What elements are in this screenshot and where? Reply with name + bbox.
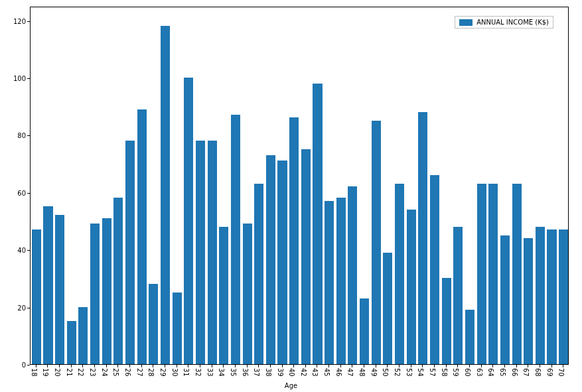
x-tick-mark xyxy=(411,365,411,367)
bar xyxy=(313,84,322,364)
x-tick-label: 32 xyxy=(194,368,202,377)
x-tick-mark xyxy=(317,365,317,367)
bar xyxy=(336,198,346,364)
bar xyxy=(137,109,147,364)
bar xyxy=(500,235,510,364)
bar xyxy=(113,198,123,364)
bar xyxy=(453,227,463,364)
y-tick-label: 60 xyxy=(5,189,26,196)
bar xyxy=(547,229,556,364)
x-tick-label: 64 xyxy=(487,368,494,377)
legend-label: ANNUAL INCOME (K$) xyxy=(476,19,549,26)
x-tick-label: 54 xyxy=(417,368,424,377)
x-tick-label: 43 xyxy=(311,368,319,377)
x-tick-mark xyxy=(188,365,188,367)
x-tick-mark xyxy=(153,365,153,367)
x-tick-mark xyxy=(212,365,212,367)
x-tick-mark xyxy=(387,365,388,367)
x-tick-mark xyxy=(446,365,447,367)
x-tick-label: 65 xyxy=(499,368,506,377)
x-tick-mark xyxy=(434,365,435,367)
bar xyxy=(125,141,135,364)
x-tick-mark xyxy=(504,365,505,367)
x-tick-label: 37 xyxy=(253,368,260,377)
x-tick-mark xyxy=(352,365,352,367)
bar xyxy=(277,161,287,364)
x-tick-label: 31 xyxy=(182,368,190,377)
x-tick-label: 47 xyxy=(346,368,354,377)
bar xyxy=(219,227,228,364)
bar xyxy=(43,206,52,364)
x-tick-mark xyxy=(117,365,118,367)
x-tick-mark xyxy=(481,365,482,367)
legend-swatch xyxy=(459,19,473,26)
x-tick-label: 24 xyxy=(101,368,108,377)
x-tick-mark xyxy=(305,365,306,367)
axes-frame: ANNUAL INCOME (K$) xyxy=(30,7,569,365)
bar xyxy=(184,78,193,364)
x-tick-label: 28 xyxy=(147,368,155,377)
x-tick-label: 18 xyxy=(31,368,38,377)
bar xyxy=(55,215,64,364)
x-tick-mark xyxy=(200,365,200,367)
x-tick-mark xyxy=(516,365,517,367)
x-tick-label: 23 xyxy=(89,368,96,377)
x-tick-label: 40 xyxy=(288,368,295,377)
x-tick-mark xyxy=(492,365,493,367)
x-tick-mark xyxy=(177,365,177,367)
bar xyxy=(243,224,252,364)
x-tick-mark xyxy=(340,365,341,367)
bar xyxy=(102,218,111,364)
x-tick-label: 48 xyxy=(358,368,366,377)
bar xyxy=(173,293,182,364)
x-tick-label: 57 xyxy=(429,368,436,377)
bar xyxy=(477,184,486,364)
bar xyxy=(395,184,404,364)
bar-plot-area xyxy=(31,7,568,364)
x-tick-mark xyxy=(47,365,48,367)
x-tick-mark xyxy=(129,365,130,367)
bar xyxy=(442,278,451,364)
x-tick-mark xyxy=(422,365,423,367)
x-tick-mark xyxy=(258,365,259,367)
x-tick-label: 26 xyxy=(124,368,131,377)
bar xyxy=(360,298,369,364)
x-tick-mark xyxy=(141,365,142,367)
x-tick-label: 67 xyxy=(522,368,530,377)
bar xyxy=(289,117,299,364)
x-tick-mark xyxy=(247,365,248,367)
bar xyxy=(254,184,263,364)
x-tick-label: 53 xyxy=(405,368,413,377)
x-tick-mark xyxy=(328,365,329,367)
x-tick-mark xyxy=(82,365,83,367)
x-tick-label: 35 xyxy=(230,368,237,377)
y-tick-label: 0 xyxy=(5,361,26,369)
legend: ANNUAL INCOME (K$) xyxy=(455,16,553,29)
bar xyxy=(266,155,275,364)
bar xyxy=(430,175,439,364)
x-tick-label: 58 xyxy=(441,368,448,377)
x-tick-label: 45 xyxy=(323,368,330,377)
y-tick-label: 20 xyxy=(5,304,26,311)
bar xyxy=(149,284,158,364)
x-tick-label: 60 xyxy=(464,368,471,377)
x-tick-mark xyxy=(235,365,236,367)
x-tick-label: 33 xyxy=(206,368,214,377)
x-tick-label: 21 xyxy=(66,368,73,377)
x-tick-label: 20 xyxy=(54,368,61,377)
bar xyxy=(559,229,568,364)
x-tick-mark xyxy=(270,365,271,367)
y-tick-label: 80 xyxy=(5,132,26,139)
bar xyxy=(196,141,205,364)
x-tick-label: 63 xyxy=(476,368,483,377)
x-tick-label: 42 xyxy=(300,368,307,377)
y-tick-label: 100 xyxy=(5,75,26,82)
x-tick-mark xyxy=(376,365,376,367)
x-tick-label: 68 xyxy=(534,368,542,377)
x-tick-label: 59 xyxy=(452,368,459,377)
bar xyxy=(161,26,170,364)
x-tick-mark xyxy=(399,365,400,367)
x-tick-mark xyxy=(106,365,107,367)
x-tick-mark xyxy=(165,365,165,367)
bar xyxy=(231,115,240,364)
